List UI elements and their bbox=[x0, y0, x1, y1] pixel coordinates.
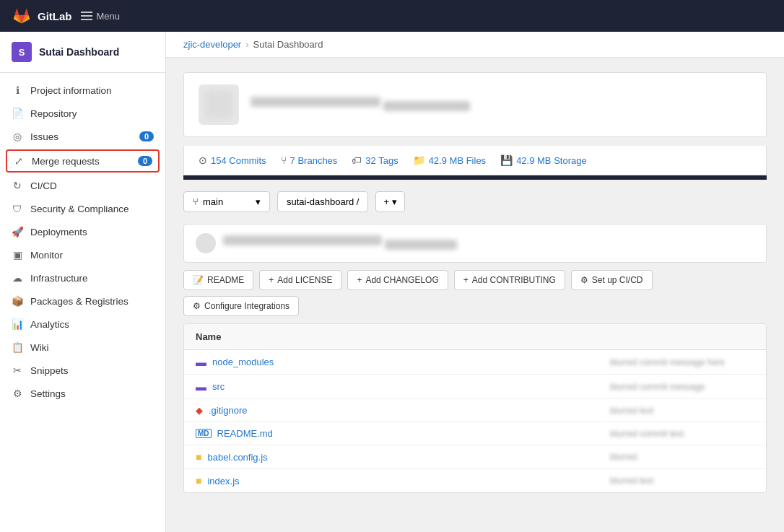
sidebar-item-settings[interactable]: ⚙ Settings bbox=[0, 382, 165, 405]
commit-info bbox=[223, 235, 457, 252]
stat-branches[interactable]: ⑂ 7 Branches bbox=[281, 154, 338, 166]
file-commit: blurred text bbox=[610, 406, 754, 416]
file-commit: blurred commit message bbox=[610, 382, 754, 392]
sidebar-label-merge-requests: Merge requests bbox=[32, 156, 100, 167]
sidebar-icon-wiki: 📋 bbox=[12, 341, 23, 353]
sidebar-icon-infrastructure: ☁ bbox=[12, 272, 23, 284]
stats-bar: ⊙ 154 Commits ⑂ 7 Branches 🏷 32 Tags 📁 4… bbox=[183, 146, 767, 175]
setup-cicd-icon: ⚙ bbox=[580, 275, 588, 285]
sidebar: S Sutai Dashboard ℹ Project information … bbox=[0, 32, 166, 532]
sidebar-item-merge-requests[interactable]: ⤢ Merge requests 0 bbox=[6, 149, 160, 173]
sidebar-icon-merge-requests: ⤢ bbox=[13, 155, 25, 167]
sidebar-menu: ℹ Project information 📄 Repository ◎ Iss… bbox=[0, 73, 165, 411]
file-name: ▬ node_modules bbox=[196, 356, 610, 368]
table-row[interactable]: ■ index.js blurred text bbox=[184, 469, 766, 492]
sidebar-label-cicd: CI/CD bbox=[30, 180, 57, 191]
project-name: Sutai Dashboard bbox=[39, 46, 119, 58]
sidebar-item-issues[interactable]: ◎ Issues 0 bbox=[0, 125, 165, 148]
sidebar-item-analytics[interactable]: 📊 Analytics bbox=[0, 313, 165, 336]
file-name-text: index.js bbox=[207, 476, 239, 487]
file-name: ▬ src bbox=[196, 380, 610, 393]
gitlab-logo[interactable]: GitLab bbox=[12, 6, 72, 26]
sidebar-icon-deployments: 🚀 bbox=[12, 226, 23, 237]
stat-files[interactable]: 📁 42.9 MB Files bbox=[413, 154, 486, 166]
col-name: Name bbox=[196, 331, 610, 342]
project-title-block bbox=[251, 97, 470, 113]
file-name-text: src bbox=[212, 381, 225, 392]
menu-button[interactable]: Menu bbox=[81, 11, 121, 22]
file-table: Name ▬ node_modules blurred commit messa… bbox=[183, 323, 767, 493]
file-table-header: Name bbox=[184, 324, 766, 350]
file-name: MD README.md bbox=[196, 428, 610, 439]
sidebar-label-infrastructure: Infrastructure bbox=[30, 273, 88, 284]
tags-label: 32 Tags bbox=[365, 155, 398, 166]
sidebar-label-repository: Repository bbox=[30, 108, 77, 119]
project-thumbnail bbox=[199, 84, 239, 125]
files-icon: 📁 bbox=[413, 154, 425, 166]
hamburger-icon bbox=[81, 12, 92, 20]
commit-message-blurred bbox=[223, 235, 382, 245]
top-navigation: GitLab Menu bbox=[0, 0, 784, 32]
sidebar-label-deployments: Deployments bbox=[30, 227, 87, 237]
gitignore-icon: ◆ bbox=[196, 405, 203, 416]
sidebar-icon-repository: 📄 bbox=[12, 108, 23, 119]
configure-integrations-button[interactable]: ⚙Configure Integrations bbox=[183, 296, 299, 316]
sidebar-icon-analytics: 📊 bbox=[12, 318, 23, 330]
commit-bar bbox=[183, 224, 767, 263]
sidebar-item-snippets[interactable]: ✂ Snippets bbox=[0, 359, 165, 382]
file-name-text: babel.config.js bbox=[207, 452, 267, 463]
breadcrumb-current: Sutai Dashboard bbox=[253, 39, 323, 50]
sidebar-icon-snippets: ✂ bbox=[12, 365, 23, 376]
dark-divider bbox=[183, 175, 767, 180]
md-icon: MD bbox=[196, 429, 212, 438]
branches-icon: ⑂ bbox=[281, 154, 287, 166]
sidebar-icon-packages-registries: 📦 bbox=[12, 295, 23, 307]
stat-commits[interactable]: ⊙ 154 Commits bbox=[199, 154, 266, 166]
sidebar-label-security-compliance: Security & Compliance bbox=[30, 204, 129, 214]
sidebar-label-issues: Issues bbox=[30, 131, 58, 142]
add-contributing-icon: + bbox=[463, 275, 469, 285]
project-header-card bbox=[183, 72, 767, 137]
branch-icon: ⑂ bbox=[193, 196, 199, 207]
branch-selector[interactable]: ⑂ main ▾ bbox=[183, 191, 270, 212]
file-name: ■ babel.config.js bbox=[196, 451, 610, 463]
file-commit: blurred bbox=[610, 452, 754, 462]
fox-icon bbox=[12, 6, 32, 26]
js-icon: ■ bbox=[196, 451, 201, 463]
table-row[interactable]: MD README.md blurred commit text bbox=[184, 422, 766, 445]
sidebar-item-repository[interactable]: 📄 Repository bbox=[0, 102, 165, 125]
file-name-text: README.md bbox=[217, 428, 273, 439]
avatar: S bbox=[12, 42, 32, 62]
setup-cicd-button[interactable]: ⚙Set up CI/CD bbox=[571, 270, 653, 290]
chevron-down-icon: ▾ bbox=[256, 196, 261, 207]
col-commit bbox=[610, 331, 754, 342]
tags-icon: 🏷 bbox=[352, 154, 362, 166]
add-file-button[interactable]: + ▾ bbox=[375, 191, 405, 212]
add-changelog-button[interactable]: +Add CHANGELOG bbox=[347, 270, 448, 290]
sidebar-item-packages-registries[interactable]: 📦 Packages & Registries bbox=[0, 289, 165, 313]
table-row[interactable]: ▬ node_modules blurred commit message he… bbox=[184, 350, 766, 375]
table-row[interactable]: ◆ .gitignore blurred text bbox=[184, 399, 766, 422]
table-row[interactable]: ■ babel.config.js blurred bbox=[184, 445, 766, 469]
sidebar-item-project-information[interactable]: ℹ Project information bbox=[0, 79, 165, 102]
readme-button[interactable]: 📝README bbox=[183, 270, 253, 290]
sidebar-item-security-compliance[interactable]: 🛡 Security & Compliance bbox=[0, 197, 165, 220]
sidebar-item-wiki[interactable]: 📋 Wiki bbox=[0, 336, 165, 359]
table-row[interactable]: ▬ src blurred commit message bbox=[184, 375, 766, 399]
breadcrumb-parent[interactable]: zjic-developer bbox=[183, 39, 241, 50]
file-name: ■ index.js bbox=[196, 475, 610, 487]
sidebar-item-deployments[interactable]: 🚀 Deployments bbox=[0, 220, 165, 243]
sidebar-project-header[interactable]: S Sutai Dashboard bbox=[0, 32, 165, 73]
sidebar-item-cicd[interactable]: ↻ CI/CD bbox=[0, 174, 165, 197]
files-label: 42.9 MB Files bbox=[429, 155, 486, 166]
stat-storage[interactable]: 💾 42.9 MB Storage bbox=[500, 154, 587, 166]
sidebar-item-monitor[interactable]: ▣ Monitor bbox=[0, 243, 165, 266]
add-contributing-button[interactable]: +Add CONTRIBUTING bbox=[454, 270, 565, 290]
commit-meta-blurred bbox=[385, 240, 457, 250]
add-license-icon: + bbox=[269, 275, 274, 285]
branch-name: main bbox=[203, 196, 223, 207]
sidebar-item-infrastructure[interactable]: ☁ Infrastructure bbox=[0, 266, 165, 289]
sidebar-icon-security-compliance: 🛡 bbox=[12, 203, 23, 214]
stat-tags[interactable]: 🏷 32 Tags bbox=[352, 154, 398, 166]
add-license-button[interactable]: +Add LICENSE bbox=[259, 270, 341, 290]
